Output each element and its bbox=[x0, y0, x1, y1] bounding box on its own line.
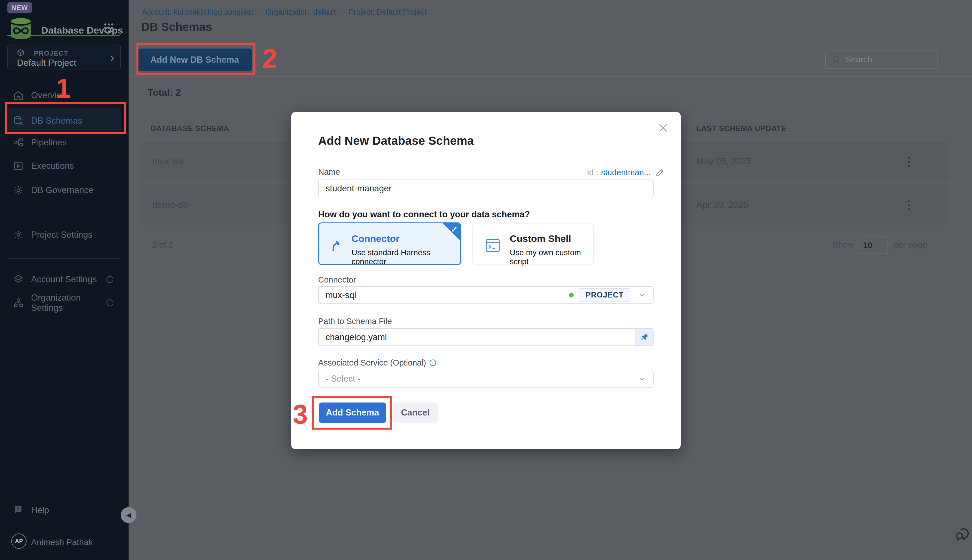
chevron-down-icon bbox=[876, 242, 883, 249]
sidebar-item-executions[interactable]: Executions bbox=[7, 155, 121, 177]
connector-label: Connector bbox=[318, 275, 356, 285]
annotation-box-step3 bbox=[312, 396, 392, 430]
database-devops-logo-icon bbox=[7, 15, 35, 43]
brand-accent-line bbox=[7, 35, 120, 36]
name-input-value: student-manager bbox=[326, 183, 391, 193]
search-icon bbox=[831, 55, 841, 64]
sidebar-item-pipelines[interactable]: Pipelines bbox=[7, 131, 121, 154]
name-label: Name bbox=[318, 167, 340, 177]
pipelines-icon bbox=[13, 137, 24, 148]
path-input[interactable]: changelog.yaml bbox=[318, 328, 654, 346]
total-count: Total: 2 bbox=[147, 87, 181, 98]
service-label: Associated Service (Optional) bbox=[318, 358, 437, 368]
sidebar-divider bbox=[7, 258, 120, 259]
breadcrumb-organization-link[interactable]: Organization: default bbox=[266, 8, 336, 17]
annotation-box-step1 bbox=[5, 102, 126, 134]
check-icon: ✓ bbox=[451, 224, 458, 234]
sidebar-item-account-settings[interactable]: Account Settings bbox=[7, 268, 121, 291]
service-placeholder: - Select - bbox=[326, 374, 361, 384]
org-chart-icon bbox=[13, 298, 24, 308]
option-description: Use standard Harness connector bbox=[351, 248, 460, 265]
schema-name-cell: demo-db bbox=[152, 200, 188, 210]
home-icon bbox=[13, 90, 24, 101]
pin-icon bbox=[640, 332, 649, 342]
edit-pencil-icon[interactable] bbox=[655, 168, 664, 177]
sidebar-collapse-toggle[interactable]: ◀ bbox=[120, 507, 137, 523]
option-card-custom-shell[interactable]: Custom Shell Use my own custom script bbox=[472, 223, 594, 265]
sidebar-item-label: Organization Settings bbox=[31, 293, 106, 313]
help-chat-icon: ? bbox=[13, 505, 24, 516]
search-input[interactable]: Search bbox=[825, 50, 937, 68]
layers-icon bbox=[13, 274, 24, 285]
option-description: Use my own custom script bbox=[510, 248, 593, 266]
page-size-select[interactable]: 10 bbox=[858, 237, 888, 254]
svg-text:?: ? bbox=[17, 507, 19, 511]
schema-id-row: Id : studentman... bbox=[587, 168, 664, 177]
page-title: DB Schemas bbox=[141, 20, 212, 33]
executions-icon bbox=[13, 161, 24, 171]
breadcrumb-separator: › bbox=[258, 8, 261, 17]
help-label: Help bbox=[31, 505, 49, 515]
project-selector[interactable]: PROJECT Default Project › bbox=[7, 45, 121, 70]
app-root: NEW Database DevOps PROJECT Default Proj… bbox=[0, 0, 972, 560]
service-select[interactable]: - Select - bbox=[318, 370, 654, 388]
governance-gear-icon bbox=[13, 185, 24, 196]
sidebar-item-label: DB Governance bbox=[31, 185, 94, 195]
annotation-box-step2 bbox=[137, 43, 256, 75]
breadcrumb-project-link[interactable]: Project: Default Project bbox=[349, 8, 427, 17]
gear-icon bbox=[13, 230, 24, 240]
chevron-down-icon bbox=[638, 291, 646, 300]
option-card-connector[interactable]: Connector Use standard Harness connector… bbox=[318, 222, 461, 265]
support-chat-icon[interactable] bbox=[954, 525, 970, 542]
info-icon bbox=[106, 298, 114, 307]
modal-title: Add New Database Schema bbox=[318, 134, 474, 148]
schema-updated-cell: May 05, 2025 bbox=[696, 156, 751, 167]
connector-scope-tag: PROJECT bbox=[579, 288, 631, 302]
pin-toggle[interactable] bbox=[636, 329, 653, 345]
new-badge: NEW bbox=[7, 2, 32, 13]
row-menu-kebab-icon[interactable] bbox=[902, 154, 916, 170]
id-value-link[interactable]: studentman... bbox=[601, 168, 651, 177]
sidebar-item-label: Pipelines bbox=[31, 137, 67, 148]
sidebar-item-label: Executions bbox=[31, 161, 74, 171]
chevron-down-icon bbox=[638, 375, 646, 383]
schema-updated-cell: Apr 30, 2025 bbox=[696, 200, 748, 210]
name-input[interactable]: student-manager bbox=[318, 180, 654, 197]
content-edge-divider bbox=[952, 0, 952, 560]
annotation-number-1: 1 bbox=[56, 75, 71, 102]
path-label: Path to Schema File bbox=[318, 317, 392, 326]
project-selector-value: Default Project bbox=[17, 58, 76, 68]
terminal-icon bbox=[485, 239, 501, 252]
pagination-show-label: Show bbox=[833, 240, 854, 250]
connection-question: How do you want to connect to your data … bbox=[318, 210, 530, 220]
project-selector-label: PROJECT bbox=[34, 50, 69, 57]
annotation-number-3: 3 bbox=[293, 401, 308, 428]
info-icon[interactable] bbox=[429, 359, 437, 367]
sidebar-item-organization-settings[interactable]: Organization Settings bbox=[7, 292, 121, 314]
option-title: Connector bbox=[351, 233, 400, 244]
breadcrumb-account-link[interactable]: Account: kurosakiichigo.songoku bbox=[142, 8, 253, 17]
breadcrumb-separator: › bbox=[341, 8, 344, 17]
sidebar-item-help[interactable]: ? Help bbox=[7, 499, 121, 522]
user-name[interactable]: Animesh Pathak bbox=[31, 537, 93, 547]
path-input-value: changelog.yaml bbox=[326, 332, 387, 342]
connector-branch-icon bbox=[329, 237, 345, 253]
close-icon[interactable] bbox=[657, 122, 669, 134]
module-grid-icon[interactable] bbox=[103, 22, 115, 34]
page-size-value: 10 bbox=[863, 240, 872, 250]
cube-icon bbox=[17, 48, 25, 57]
user-avatar[interactable]: AP bbox=[11, 533, 27, 549]
search-placeholder: Search bbox=[845, 55, 872, 64]
sidebar-item-project-settings[interactable]: Project Settings bbox=[7, 223, 121, 246]
id-prefix: Id : bbox=[587, 168, 598, 177]
row-menu-kebab-icon[interactable] bbox=[902, 197, 916, 213]
connector-select[interactable]: mux-sql PROJECT bbox=[318, 286, 654, 304]
chevron-right-icon: › bbox=[110, 52, 114, 64]
sidebar-item-label: Project Settings bbox=[31, 230, 92, 240]
connector-status-dot bbox=[569, 293, 574, 298]
cancel-button[interactable]: Cancel bbox=[393, 402, 438, 423]
sidebar-item-label: Account Settings bbox=[31, 274, 97, 285]
connector-value: mux-sql bbox=[326, 290, 356, 300]
column-header-database-schema: DATABASE SCHEMA bbox=[151, 124, 229, 133]
sidebar-item-db-governance[interactable]: DB Governance bbox=[7, 179, 121, 202]
